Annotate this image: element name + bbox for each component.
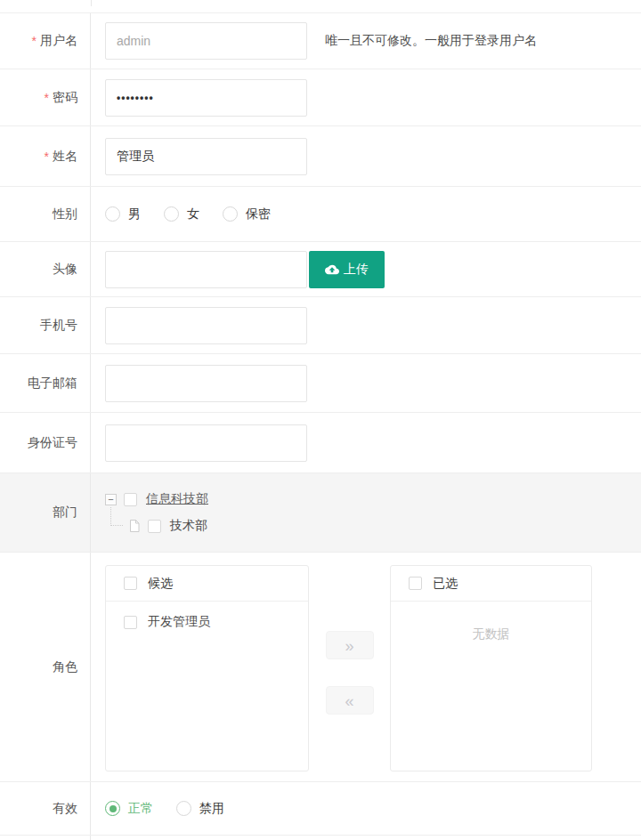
- tree-node-child-label[interactable]: 技术部: [170, 518, 207, 534]
- form-row-department: 部门 − 信息科技部 技术部: [0, 473, 641, 553]
- role-transfer: 候选 开发管理员 » « 已选 无数据: [105, 553, 641, 771]
- form-row-idcard: 身份证号: [0, 413, 641, 473]
- email-label: 电子邮箱: [28, 376, 77, 392]
- transfer-controls: » «: [309, 565, 390, 715]
- radio-label: 男: [128, 206, 141, 222]
- move-left-button[interactable]: «: [326, 686, 374, 715]
- upload-button-label: 上传: [344, 262, 369, 278]
- radio-icon: [176, 801, 191, 816]
- transfer-source-panel: 候选 开发管理员: [105, 565, 309, 771]
- phone-label: 手机号: [40, 318, 77, 334]
- form-row-name: * 姓名: [0, 126, 641, 187]
- transfer-target-panel: 已选 无数据: [390, 565, 592, 771]
- form-row-status: 有效 正常 禁用: [0, 782, 641, 836]
- password-label: 密码: [53, 90, 77, 106]
- document-icon: [128, 519, 141, 533]
- radio-icon: [223, 206, 238, 222]
- form-row-avatar: 头像 上传: [0, 242, 641, 297]
- department-label: 部门: [53, 505, 77, 521]
- avatar-label: 头像: [53, 262, 77, 278]
- username-label-cell: * 用户名: [0, 13, 91, 69]
- user-edit-form: * 用户名 唯一且不可修改。一般用于登录用户名 * 密码 * 姓名 性别: [0, 12, 641, 840]
- password-input[interactable]: [105, 79, 307, 117]
- username-label: 用户名: [40, 33, 77, 49]
- name-label-cell: * 姓名: [0, 126, 91, 186]
- transfer-source-title: 候选: [148, 576, 173, 592]
- email-label-cell: 电子邮箱: [0, 354, 91, 412]
- radio-label: 保密: [246, 206, 271, 222]
- name-input[interactable]: [105, 138, 307, 175]
- tree-collapse-icon[interactable]: −: [105, 494, 117, 505]
- form-row-phone: 手机号: [0, 297, 641, 354]
- password-label-cell: * 密码: [0, 69, 91, 125]
- form-row-password: * 密码: [0, 69, 641, 126]
- radio-icon: [164, 206, 179, 222]
- phone-input[interactable]: [105, 307, 307, 344]
- move-right-button[interactable]: »: [326, 631, 374, 659]
- username-input[interactable]: [105, 22, 307, 60]
- tree-node-root-label[interactable]: 信息科技部: [146, 491, 208, 507]
- status-option-normal[interactable]: 正常: [105, 801, 153, 817]
- required-asterisk: *: [45, 149, 49, 164]
- status-label: 有效: [53, 801, 77, 817]
- transfer-source-item[interactable]: 开发管理员: [106, 602, 308, 630]
- idcard-label-cell: 身份证号: [0, 413, 91, 472]
- form-row-gender: 性别 男 女 保密: [0, 187, 641, 242]
- department-root-checkbox[interactable]: [124, 493, 137, 506]
- radio-label: 正常: [128, 801, 153, 817]
- gender-option-male[interactable]: 男: [105, 206, 141, 222]
- form-row-username: * 用户名 唯一且不可修改。一般用于登录用户名: [0, 13, 641, 69]
- required-asterisk: *: [32, 34, 37, 48]
- transfer-target-title: 已选: [433, 576, 458, 592]
- gender-label-cell: 性别: [0, 187, 91, 241]
- tree-node-child: 技术部: [110, 515, 208, 537]
- gender-label: 性别: [53, 206, 77, 222]
- idcard-label: 身份证号: [28, 435, 77, 451]
- gender-option-female[interactable]: 女: [164, 206, 199, 222]
- form-row-role: 角色 候选 开发管理员 » «: [0, 553, 641, 782]
- transfer-target-header: 已选: [391, 566, 591, 602]
- upload-button[interactable]: 上传: [309, 251, 385, 288]
- form-row-email: 电子邮箱: [0, 354, 641, 413]
- name-label: 姓名: [53, 149, 77, 165]
- radio-label: 禁用: [199, 801, 224, 817]
- tail-label-cell: [0, 836, 91, 840]
- source-item-label: 开发管理员: [148, 614, 210, 630]
- transfer-source-header: 候选: [106, 566, 308, 602]
- role-label: 角色: [53, 659, 77, 675]
- avatar-input[interactable]: [105, 251, 307, 288]
- source-select-all-checkbox[interactable]: [124, 577, 137, 590]
- status-label-cell: 有效: [0, 782, 91, 835]
- source-item-checkbox[interactable]: [124, 616, 137, 629]
- role-label-cell: 角色: [0, 553, 91, 781]
- status-option-disabled[interactable]: 禁用: [176, 801, 224, 817]
- gender-option-secret[interactable]: 保密: [223, 206, 271, 222]
- phone-label-cell: 手机号: [0, 297, 91, 353]
- cloud-upload-icon: [325, 262, 339, 277]
- target-select-all-checkbox[interactable]: [409, 577, 422, 590]
- transfer-empty-text: 无数据: [391, 602, 591, 642]
- department-tree: − 信息科技部 技术部: [105, 489, 208, 537]
- label-column-top-strip: [0, 0, 92, 6]
- radio-icon: [105, 206, 120, 222]
- radio-checked-icon: [105, 801, 120, 816]
- department-label-cell: 部门: [0, 473, 91, 552]
- radio-label: 女: [187, 206, 199, 222]
- form-row-tail: [0, 836, 641, 840]
- department-child-checkbox[interactable]: [148, 520, 161, 533]
- tree-connector: [110, 507, 123, 526]
- username-hint: 唯一且不可修改。一般用于登录用户名: [325, 33, 537, 49]
- avatar-label-cell: 头像: [0, 242, 91, 296]
- required-asterisk: *: [45, 91, 49, 105]
- email-input[interactable]: [105, 365, 307, 402]
- idcard-input[interactable]: [105, 424, 307, 462]
